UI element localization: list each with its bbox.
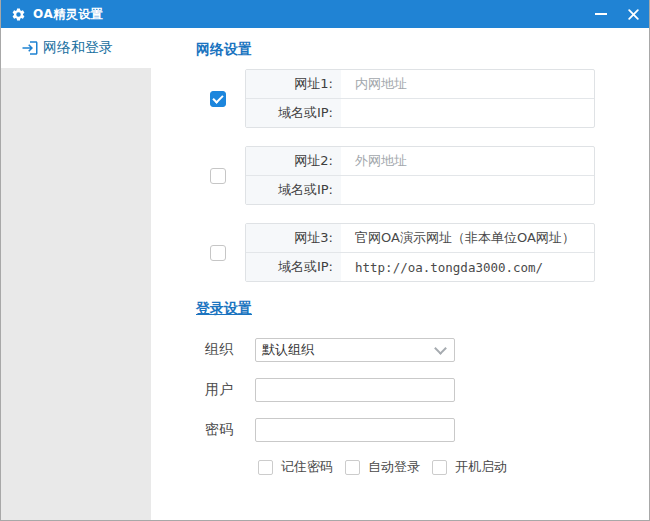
option-label: 开机启动	[455, 458, 507, 476]
login-options-row: 记住密码 自动登录 开机启动	[258, 458, 649, 476]
titlebar-buttons	[585, 0, 649, 28]
ip-label: 域名或IP:	[246, 99, 341, 127]
network-entry-3: 网址3: 官网OA演示网址（非本单位OA网址） 域名或IP: http://oa…	[196, 223, 649, 282]
ip-value-field[interactable]	[341, 99, 594, 127]
ip-label: 域名或IP:	[246, 176, 341, 204]
remember-password-checkbox[interactable]	[258, 460, 273, 475]
window-title: OA精灵设置	[33, 6, 103, 23]
network-entry-2-table: 网址2: 外网地址 域名或IP:	[245, 146, 595, 205]
password-input[interactable]	[255, 418, 455, 442]
minimize-icon	[595, 13, 607, 15]
minimize-button[interactable]	[585, 0, 617, 28]
network-entry-1-table: 网址1: 内网地址 域名或IP:	[245, 69, 595, 128]
auto-login-checkbox[interactable]	[345, 460, 360, 475]
org-label: 组织	[196, 341, 255, 359]
network-entry-1: 网址1: 内网地址 域名或IP:	[196, 69, 649, 128]
auto-login-option[interactable]: 自动登录	[345, 458, 420, 476]
network-entry-3-table: 网址3: 官网OA演示网址（非本单位OA网址） 域名或IP: http://oa…	[245, 223, 595, 282]
network-entry-2: 网址2: 外网地址 域名或IP:	[196, 146, 649, 205]
url-label: 网址2:	[246, 147, 341, 175]
password-label: 密码	[196, 421, 255, 439]
network-entry-3-checkbox[interactable]	[210, 245, 226, 261]
close-icon	[628, 9, 639, 20]
org-select-value: 默认组织	[262, 341, 314, 359]
user-input[interactable]	[255, 378, 455, 402]
ip-label: 域名或IP:	[246, 253, 341, 281]
gear-icon	[11, 7, 26, 22]
check-icon	[212, 92, 223, 103]
ip-value-field[interactable]	[341, 176, 594, 204]
network-settings-title: 网络设置	[196, 41, 649, 59]
login-settings-title: 登录设置	[196, 300, 649, 318]
user-label: 用户	[196, 381, 255, 399]
url-label: 网址1:	[246, 70, 341, 98]
url-label: 网址3:	[246, 224, 341, 252]
remember-password-option[interactable]: 记住密码	[258, 458, 333, 476]
url-description: 内网地址	[341, 70, 594, 98]
url-description: 官网OA演示网址（非本单位OA网址）	[341, 224, 594, 252]
sidebar-item-network-login[interactable]: 网络和登录	[1, 28, 151, 68]
start-on-boot-option[interactable]: 开机启动	[432, 458, 507, 476]
url-description: 外网地址	[341, 147, 594, 175]
org-select[interactable]: 默认组织	[255, 338, 455, 362]
login-icon	[21, 39, 39, 57]
option-label: 自动登录	[368, 458, 420, 476]
password-row: 密码	[196, 418, 649, 442]
network-entry-1-checkbox[interactable]	[210, 91, 226, 107]
settings-window: OA精灵设置 网络和登录 网络设置	[0, 0, 650, 521]
start-on-boot-checkbox[interactable]	[432, 460, 447, 475]
option-label: 记住密码	[281, 458, 333, 476]
main-content: 网络设置 网址1: 内网地址 域名或IP:	[151, 28, 649, 520]
close-button[interactable]	[617, 0, 649, 28]
user-row: 用户	[196, 378, 649, 402]
sidebar: 网络和登录	[1, 28, 151, 520]
sidebar-item-label: 网络和登录	[43, 39, 113, 57]
chevron-down-icon	[434, 342, 447, 355]
titlebar: OA精灵设置	[1, 0, 649, 28]
org-row: 组织 默认组织	[196, 338, 649, 362]
network-entry-2-checkbox[interactable]	[210, 168, 226, 184]
ip-value-field[interactable]: http://oa.tongda3000.com/	[341, 253, 594, 281]
